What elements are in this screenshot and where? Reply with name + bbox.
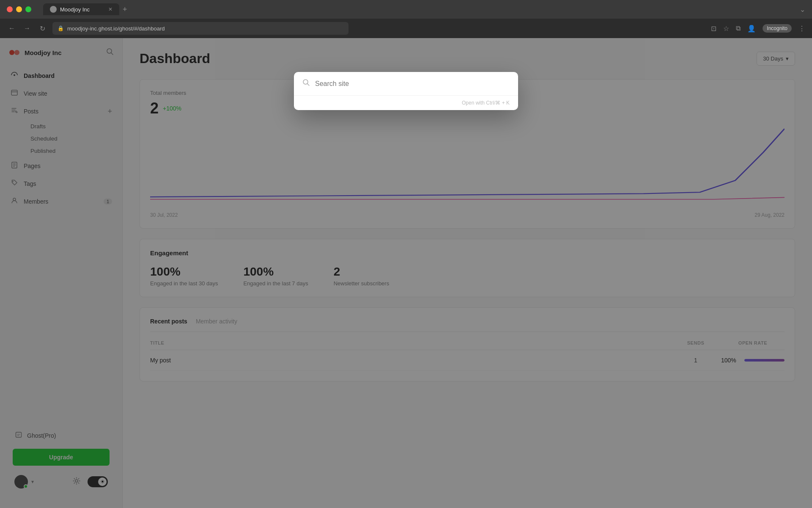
extensions-icon[interactable]: ⧉ xyxy=(736,25,741,32)
tab-bar: Moodjoy Inc ✕ + xyxy=(43,3,795,15)
new-tab-button[interactable]: + xyxy=(123,5,127,14)
tab-close-icon[interactable]: ✕ xyxy=(108,6,112,12)
close-button[interactable] xyxy=(7,6,13,12)
svg-line-16 xyxy=(307,84,310,86)
profile-icon[interactable]: 👤 xyxy=(747,25,756,33)
address-text: moodjoy-inc.ghost.io/ghost/#/dashboard xyxy=(67,25,165,32)
incognito-badge: Incognito xyxy=(763,24,792,33)
reload-button[interactable]: ↻ xyxy=(37,25,47,33)
browser-addressbar: ← → ↻ 🔒 moodjoy-inc.ghost.io/ghost/#/das… xyxy=(0,19,812,38)
cast-icon[interactable]: ⊡ xyxy=(711,25,716,33)
tab-more-icon[interactable]: ⌄ xyxy=(800,6,805,14)
address-bar[interactable]: 🔒 moodjoy-inc.ghost.io/ghost/#/dashboard xyxy=(52,22,348,35)
tab-title: Moodjoy Inc xyxy=(60,6,90,13)
forward-button[interactable]: → xyxy=(22,25,32,32)
traffic-lights xyxy=(7,6,31,12)
search-icon xyxy=(302,79,310,88)
search-modal: Open with Ctrl/⌘ + K xyxy=(294,72,518,110)
minimize-button[interactable] xyxy=(16,6,22,12)
back-button[interactable]: ← xyxy=(7,25,17,32)
tab-favicon xyxy=(50,6,57,13)
browser-titlebar: Moodjoy Inc ✕ + ⌄ xyxy=(0,0,812,19)
browser-tab[interactable]: Moodjoy Inc ✕ xyxy=(43,3,119,15)
incognito-label: Incognito xyxy=(767,25,787,31)
search-input[interactable] xyxy=(315,80,510,88)
search-keyboard-hint: Open with Ctrl/⌘ + K xyxy=(294,96,518,110)
browser-chrome: Moodjoy Inc ✕ + ⌄ ← → ↻ 🔒 moodjoy-inc.gh… xyxy=(0,0,812,38)
search-overlay[interactable]: Open with Ctrl/⌘ + K xyxy=(0,38,812,508)
menu-icon[interactable]: ⋮ xyxy=(798,25,805,33)
lock-icon: 🔒 xyxy=(58,25,64,31)
maximize-button[interactable] xyxy=(25,6,31,12)
bookmark-icon[interactable]: ☆ xyxy=(723,25,729,33)
search-input-wrapper xyxy=(294,72,518,96)
browser-actions: ⊡ ☆ ⧉ 👤 Incognito ⋮ xyxy=(711,24,805,33)
